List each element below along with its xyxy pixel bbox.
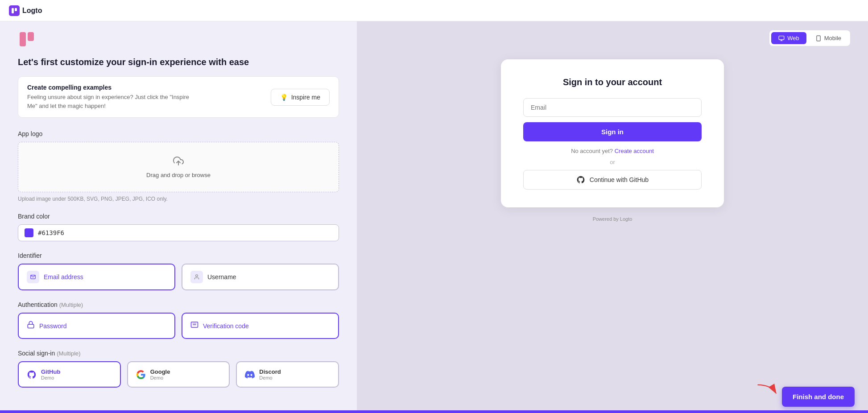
finish-and-done-button[interactable]: Finish and done bbox=[782, 387, 855, 407]
identifier-row: Email address Username bbox=[18, 264, 339, 290]
svg-rect-1 bbox=[15, 8, 17, 11]
svg-point-6 bbox=[196, 275, 198, 277]
powered-by: Powered by Logto bbox=[593, 216, 632, 222]
inspire-heading: Create compelling examples bbox=[27, 84, 197, 91]
toggle-web-label: Web bbox=[787, 35, 799, 41]
social-google[interactable]: Google Demo bbox=[127, 361, 230, 388]
inspire-me-button[interactable]: 💡 Inspire me bbox=[271, 89, 330, 106]
inspire-description: Feeling unsure about sign in experience?… bbox=[27, 93, 197, 110]
auth-label-text: Authentication bbox=[18, 301, 58, 308]
logto-logo-icon bbox=[9, 5, 20, 16]
upload-hint: Upload image under 500KB, SVG, PNG, JPEG… bbox=[18, 196, 339, 202]
upload-text: Drag and drop or browse bbox=[146, 172, 211, 178]
identifier-label: Identifier bbox=[18, 252, 339, 259]
arrow-indicator bbox=[754, 381, 781, 401]
preview-card: Sign in to your account Sign in No accou… bbox=[501, 59, 724, 207]
topbar: Logto bbox=[0, 0, 868, 21]
preview-signin-button[interactable]: Sign in bbox=[523, 122, 702, 141]
preview-title: Sign in to your account bbox=[523, 77, 702, 87]
color-value: #6139F6 bbox=[38, 229, 64, 236]
code-icon bbox=[190, 321, 198, 331]
svg-rect-7 bbox=[28, 324, 34, 328]
inspire-icon: 💡 bbox=[280, 94, 288, 101]
inspire-button-label: Inspire me bbox=[291, 94, 320, 101]
preview-email-input[interactable] bbox=[523, 98, 702, 117]
powered-by-text: Powered by Logto bbox=[593, 216, 632, 222]
monitor-icon bbox=[778, 35, 785, 41]
discord-demo: Demo bbox=[259, 375, 281, 380]
no-account-text: No account yet? bbox=[571, 148, 613, 154]
create-account-link[interactable]: Create account bbox=[615, 148, 654, 154]
auth-password[interactable]: Password bbox=[18, 313, 175, 339]
preview-signin-label: Sign in bbox=[601, 128, 624, 136]
lock-icon bbox=[27, 321, 35, 331]
svg-rect-0 bbox=[12, 8, 14, 13]
preview-or: or bbox=[523, 159, 702, 165]
github-preview-icon bbox=[576, 175, 585, 184]
preview-toggle: Web Mobile bbox=[769, 30, 850, 46]
brand-logo-area bbox=[18, 30, 339, 48]
github-name: GitHub bbox=[41, 368, 60, 375]
identifier-email[interactable]: Email address bbox=[18, 264, 175, 290]
username-icon-badge bbox=[190, 271, 203, 283]
google-name: Google bbox=[150, 368, 170, 375]
toggle-mobile[interactable]: Mobile bbox=[808, 32, 848, 44]
inspire-card: Create compelling examples Feeling unsur… bbox=[18, 76, 339, 118]
github-button-label: Continue with GitHub bbox=[590, 176, 649, 183]
toggle-mobile-label: Mobile bbox=[824, 35, 841, 41]
right-panel: Web Mobile Sign in to your account Sign … bbox=[357, 21, 868, 413]
google-text: Google Demo bbox=[150, 368, 170, 380]
social-label-text: Social sign-in bbox=[18, 350, 55, 357]
identifier-username-label: Username bbox=[207, 273, 236, 281]
upload-icon bbox=[173, 156, 184, 169]
left-panel: Let's first customize your sign-in exper… bbox=[0, 21, 357, 413]
email-icon-badge bbox=[27, 271, 39, 283]
bottom-bar bbox=[0, 410, 868, 413]
discord-name: Discord bbox=[259, 368, 281, 375]
svg-rect-9 bbox=[779, 36, 784, 39]
github-icon bbox=[27, 370, 37, 380]
auth-row: Password Verification code bbox=[18, 313, 339, 339]
finish-button-label: Finish and done bbox=[793, 393, 844, 401]
preview-no-account: No account yet? Create account bbox=[523, 148, 702, 154]
toggle-web[interactable]: Web bbox=[771, 32, 806, 44]
app-logo-label: App logo bbox=[18, 130, 339, 137]
mobile-icon bbox=[815, 35, 822, 41]
auth-verification-code[interactable]: Verification code bbox=[182, 313, 339, 339]
auth-password-label: Password bbox=[39, 322, 66, 330]
discord-icon bbox=[245, 370, 255, 380]
svg-rect-3 bbox=[28, 32, 34, 41]
page-title: Let's first customize your sign-in exper… bbox=[18, 57, 339, 67]
svg-rect-12 bbox=[817, 36, 820, 41]
auth-verification-label: Verification code bbox=[203, 322, 249, 330]
github-text: GitHub Demo bbox=[41, 368, 60, 380]
social-row: GitHub Demo Google Demo bbox=[18, 361, 339, 388]
logto-logo-text: Logto bbox=[22, 7, 42, 15]
social-label: Social sign-in (Multiple) bbox=[18, 350, 339, 357]
preview-github-button[interactable]: Continue with GitHub bbox=[523, 170, 702, 190]
finish-button-container: Finish and done bbox=[782, 387, 855, 407]
discord-text: Discord Demo bbox=[259, 368, 281, 380]
inspire-text: Create compelling examples Feeling unsur… bbox=[27, 84, 197, 110]
google-demo: Demo bbox=[150, 375, 170, 380]
social-discord[interactable]: Discord Demo bbox=[236, 361, 339, 388]
auth-sublabel: (Multiple) bbox=[59, 301, 83, 308]
github-demo: Demo bbox=[41, 375, 60, 380]
main-layout: Let's first customize your sign-in exper… bbox=[0, 21, 868, 413]
authentication-label: Authentication (Multiple) bbox=[18, 301, 339, 308]
social-github[interactable]: GitHub Demo bbox=[18, 361, 121, 388]
identifier-email-label: Email address bbox=[44, 273, 83, 281]
social-sublabel: (Multiple) bbox=[57, 350, 80, 357]
svg-rect-2 bbox=[20, 32, 26, 46]
identifier-username[interactable]: Username bbox=[182, 264, 339, 290]
google-icon bbox=[136, 370, 146, 380]
color-swatch bbox=[25, 228, 33, 237]
brand-logo-icon bbox=[18, 30, 36, 48]
upload-zone[interactable]: Drag and drop or browse bbox=[18, 142, 339, 192]
logo-area: Logto bbox=[9, 5, 42, 16]
color-input-row[interactable]: #6139F6 bbox=[18, 224, 339, 241]
brand-color-label: Brand color bbox=[18, 213, 339, 220]
